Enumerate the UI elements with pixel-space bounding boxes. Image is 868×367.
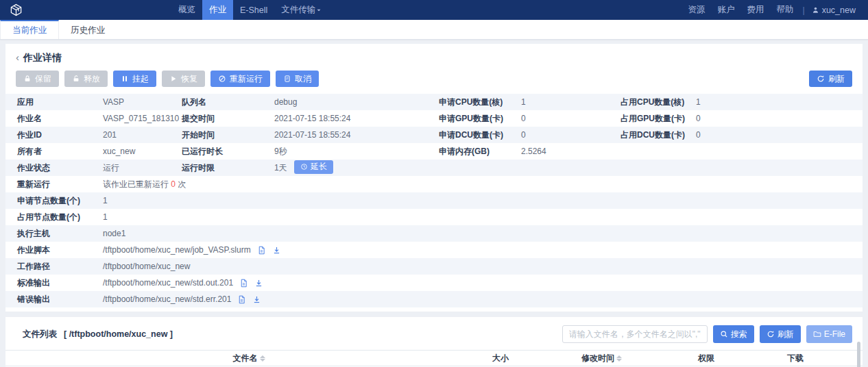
search-button[interactable]: 搜索 [713,325,754,343]
cube-logo-icon [10,3,23,17]
field-value: 201 [103,127,182,143]
app-logo[interactable] [0,0,31,20]
user-menu[interactable]: xuc_new [808,5,860,15]
column-header-下载: 下载 [787,353,863,364]
field-value: 0 [696,110,863,127]
field-label: 开始时间 [182,127,274,143]
rerun-icon [218,75,226,83]
field-label: 错误输出 [17,291,103,307]
field-label: 占用节点数量(个) [17,209,103,225]
view-file-button[interactable] [237,295,246,304]
field-value: 1天延长 [274,160,863,176]
field-label: 标准输出 [17,275,103,291]
detail-row: 占用节点数量(个)1 [5,209,863,225]
clock-icon [300,163,308,170]
efile-button[interactable]: E-File [806,325,852,343]
column-header-文件名[interactable]: 文件名 [5,353,492,364]
detail-row: 重新运行该作业已重新运行 0 次 [5,176,863,192]
file-list-card: 文件列表 [ /tftpboot/home/xuc_new ] 搜索 刷新 E-… [5,317,863,367]
folder-icon [813,330,821,338]
file-search-input[interactable] [562,325,708,343]
file-table-header: 文件名大小修改时间权限下载 [5,350,863,366]
sort-icon [260,355,265,362]
main-menu: 概览作业E-Shell文件传输 [171,0,329,20]
detail-row: 作业状态运行运行时限1天延长 [5,160,863,176]
field-label: 作业状态 [17,160,103,176]
nav-item-账户[interactable]: 账户 [711,4,740,16]
field-label: 作业ID [17,127,103,143]
释放-button[interactable]: 释放 [64,71,108,87]
job-toolbar: 保留释放挂起恢复重新运行取消刷新 [5,71,863,94]
download-icon [252,295,261,304]
download-file-button[interactable] [252,295,261,304]
detail-row: 工作路径/tftpboot/home/xuc_new [5,258,863,275]
field-value: 0 [521,110,620,127]
field-value: 0 [696,127,863,143]
detail-row: 执行主机node1 [5,225,863,242]
extend-button[interactable]: 延长 [294,160,333,174]
tab-当前作业[interactable]: 当前作业 [0,20,59,39]
nav-item-资源[interactable]: 资源 [682,4,711,16]
field-value: 1 [696,94,863,110]
tab-历史作业[interactable]: 历史作业 [59,20,117,39]
cancel-icon [283,75,291,83]
view-file-button[interactable] [239,279,248,288]
field-label: 占用DCU数量(卡) [620,127,696,143]
file-refresh-button[interactable]: 刷新 [760,325,801,343]
field-value: 9秒 [274,143,439,160]
nav-item-概览[interactable]: 概览 [171,0,202,20]
navbar-right: 资源账户费用帮助|xuc_new [682,0,868,20]
nav-item-费用[interactable]: 费用 [740,4,770,16]
detail-row: 作业名VASP_0715_181310提交时间2021-07-15 18:55:… [5,110,863,127]
field-label: 申请CPU数量(核) [439,94,521,110]
保留-button[interactable]: 保留 [16,71,59,87]
field-value: 2021-07-15 18:55:24 [274,110,439,127]
detail-row: 所有者xuc_new已运行时长9秒申请内存(GB)2.5264 [5,143,863,160]
view-file-icon [257,246,266,255]
detail-row: 申请节点数量(个)1 [5,192,863,209]
caret-down-icon [315,7,322,14]
field-label: 已运行时长 [182,143,274,160]
field-value: 该作业已重新运行 0 次 [103,176,863,192]
view-file-icon [239,279,248,288]
file-list-header: 文件列表 [ /tftpboot/home/xuc_new ] 搜索 刷新 E-… [5,325,863,350]
nav-item-作业[interactable]: 作业 [202,0,233,20]
column-header-权限: 权限 [698,353,787,364]
field-label: 运行时限 [182,160,274,176]
重新运行-button[interactable]: 重新运行 [210,71,270,87]
refresh-icon [767,330,775,338]
download-icon [272,246,281,255]
field-value: 2021-07-15 18:55:24 [274,127,439,143]
play-icon [169,75,178,83]
detail-row: 作业ID201开始时间2021-07-15 18:55:24申请DCU数量(卡)… [5,127,863,143]
field-label: 重新运行 [17,176,103,192]
field-value: VASP [103,94,182,110]
back-button[interactable]: ‹ [16,51,19,63]
field-label: 申请节点数量(个) [17,192,103,209]
download-file-button[interactable] [272,246,281,255]
download-file-button[interactable] [254,279,263,288]
field-label: 工作路径 [17,258,103,275]
field-value: /tftpboot/home/xuc_new/std.err.201 [103,291,863,307]
field-value: xuc_new [103,143,182,160]
lock-icon [23,75,32,83]
field-value: 1 [103,192,863,209]
sort-icon [616,355,622,362]
取消-button[interactable]: 取消 [276,71,319,87]
挂起-button[interactable]: 挂起 [113,71,156,87]
username: xuc_new [822,5,856,15]
field-label: 申请DCU数量(卡) [439,127,521,143]
field-value: 运行 [103,160,182,176]
nav-item-帮助[interactable]: 帮助 [770,4,799,16]
detail-refresh-button[interactable]: 刷新 [809,71,852,87]
column-header-大小: 大小 [492,353,581,364]
detail-row: 错误输出/tftpboot/home/xuc_new/std.err.201 [5,291,863,307]
nav-item-E-Shell[interactable]: E-Shell [233,0,274,20]
column-header-修改时间[interactable]: 修改时间 [581,353,698,364]
download-icon [254,279,263,288]
table-scrollbar[interactable] [857,342,860,367]
view-file-button[interactable] [257,246,266,255]
nav-separator: | [799,5,807,15]
恢复-button[interactable]: 恢复 [162,71,205,87]
nav-item-文件传输[interactable]: 文件传输 [274,0,329,20]
